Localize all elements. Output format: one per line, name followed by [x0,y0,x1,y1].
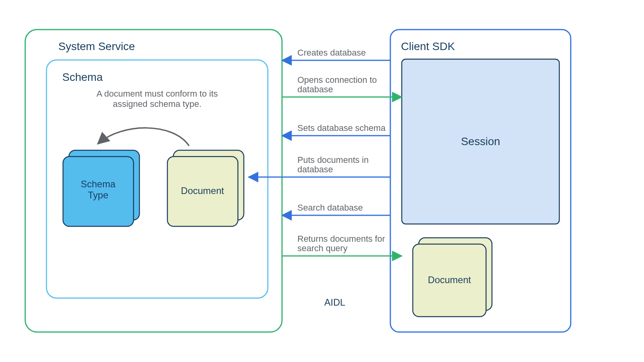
arrow-puts-documents-in-database: Puts documents indatabase [249,155,390,177]
session-node: Session [402,59,559,224]
arrow-label-puts-documents-in-database: Puts documents indatabase [297,155,369,174]
client-sdk-title: Client SDK [401,40,455,52]
schema-title: Schema [62,71,103,83]
arrow-search-database: Search database [282,203,390,215]
document-client-node: Document [413,238,492,317]
aidl-label: AIDL [324,297,345,308]
architecture-diagram: Client SDK System Service Schema A docum… [0,0,644,362]
arrow-opens-connection: Opens connection todatabase [282,75,402,97]
arrow-creates-database: Creates database [282,48,390,60]
arrow-label-opens-connection: Opens connection todatabase [297,75,377,94]
document-client-label: Document [428,274,471,285]
conform-arrow [98,128,189,146]
arrow-label-search-database: Search database [297,203,363,213]
schema-note: A document must conform to itsassigned s… [97,89,218,109]
arrow-label-creates-database: Creates database [297,48,366,58]
document-schema-node: Document [167,150,244,226]
session-label: Session [461,135,500,147]
arrow-label-returns-documents: Returns documents forsearch query [297,234,385,253]
system-service-title: System Service [58,40,135,52]
arrow-sets-database-schema: Sets database schema [282,123,390,136]
document-schema-label: Document [181,185,224,196]
arrow-returns-documents: Returns documents forsearch query [282,234,402,256]
schema-type-node: SchemaType [63,150,139,226]
arrow-layer: Creates databaseOpens connection todatab… [249,48,402,256]
arrow-label-sets-database-schema: Sets database schema [297,123,386,133]
